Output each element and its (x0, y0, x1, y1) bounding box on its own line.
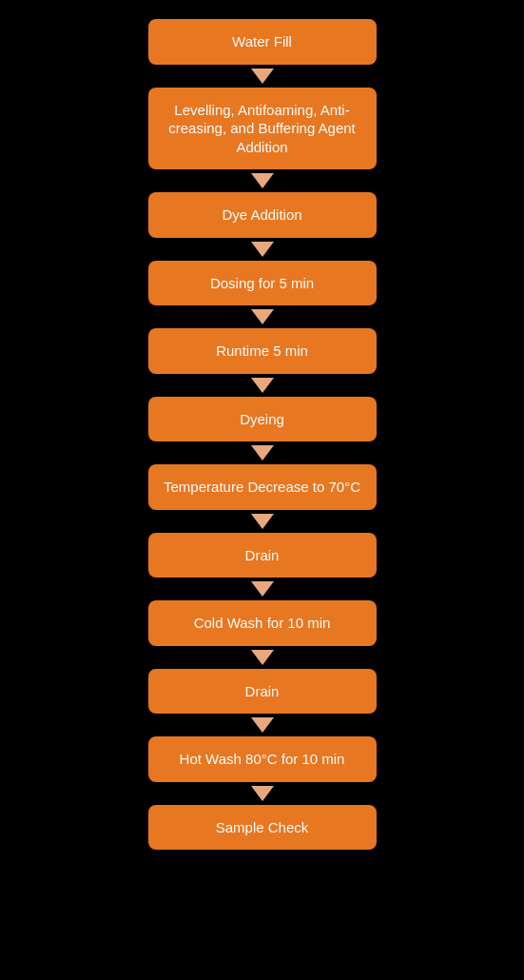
arrow-5 (251, 445, 274, 461)
flow-box-hot-wash: Hot Wash 80°C for 10 min (148, 736, 377, 782)
flow-box-cold-wash: Cold Wash for 10 min (148, 600, 377, 646)
arrow-3 (251, 309, 274, 324)
arrow-0 (251, 69, 274, 84)
flow-box-water-fill: Water Fill (148, 19, 377, 65)
arrow-2 (251, 242, 274, 257)
arrow-10 (251, 786, 274, 801)
arrow-8 (251, 650, 274, 665)
flow-box-dosing: Dosing for 5 min (148, 261, 377, 306)
flow-box-drain-2: Drain (148, 669, 377, 715)
flow-box-sample-check: Sample Check (148, 805, 377, 851)
flow-box-dyeing: Dyeing (148, 397, 377, 442)
flow-box-temp-decrease: Temperature Decrease to 70°C (148, 464, 377, 510)
arrow-6 (251, 514, 274, 529)
arrow-1 (251, 173, 274, 188)
arrow-4 (251, 378, 274, 393)
flow-box-runtime: Runtime 5 min (148, 328, 377, 374)
flow-box-drain-1: Drain (148, 533, 377, 578)
flowchart: Water FillLevelling, Antifoaming, Anti-c… (148, 19, 377, 850)
flow-box-dye-addition: Dye Addition (148, 192, 377, 238)
arrow-9 (251, 717, 274, 733)
flow-box-levelling: Levelling, Antifoaming, Anti-creasing, a… (148, 88, 377, 170)
arrow-7 (251, 581, 274, 597)
